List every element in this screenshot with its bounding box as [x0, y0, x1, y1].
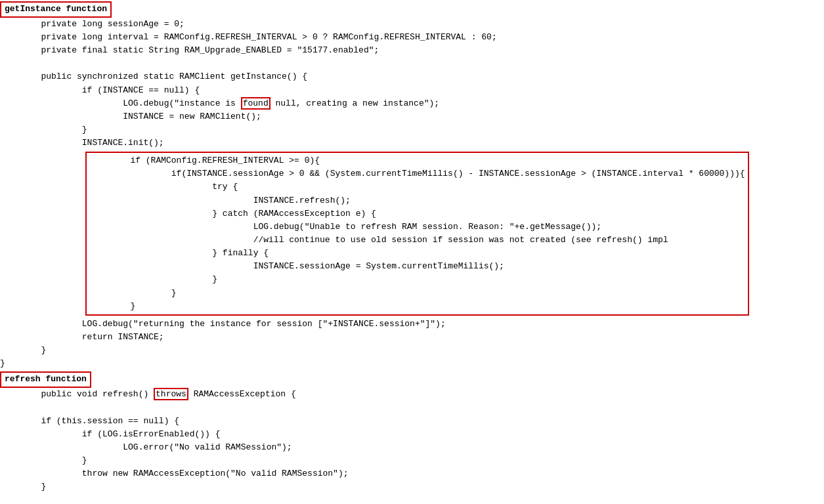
- refresh-block-code: if (RAMConfig.REFRESH_INTERVAL >= 0){ if…: [89, 154, 745, 313]
- refresh-label: refresh function: [0, 371, 91, 388]
- code-container: getInstance function private long sessio…: [0, 0, 824, 504]
- refresh-interval-block: if (RAMConfig.REFRESH_INTERVAL >= 0){ if…: [85, 152, 749, 316]
- getinstance-end-code: LOG.debug("returning the instance for se…: [0, 318, 824, 371]
- getinstance-code: private long sessionAge = 0; private lon…: [0, 18, 824, 150]
- getinstance-label: getInstance function: [0, 1, 112, 18]
- refresh-code: public void refresh() throws RAMAccessEx…: [0, 388, 824, 504]
